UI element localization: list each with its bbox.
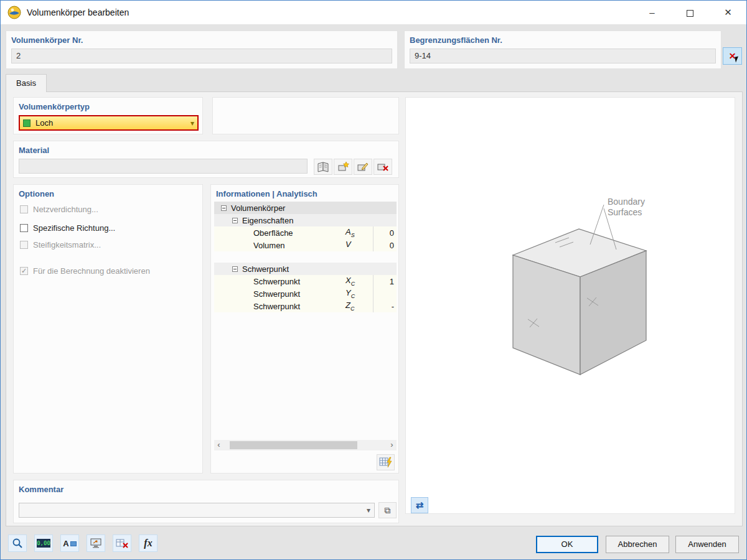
decimal-display-icon: 0,00	[37, 539, 50, 548]
title-bar: Volumenkörper bearbeiten – ✕	[1, 1, 746, 24]
collapse-icon[interactable]	[232, 266, 238, 272]
scrollbar-thumb[interactable]	[230, 441, 357, 449]
chevron-down-icon: ▾	[367, 506, 370, 515]
material-edit-button[interactable]	[354, 159, 372, 175]
material-library-button[interactable]	[314, 159, 332, 175]
display-properties-button[interactable]: A	[60, 534, 79, 552]
annotation-line2: Surfaces	[608, 207, 642, 217]
value	[373, 287, 397, 300]
minimize-button[interactable]: –	[633, 1, 671, 24]
tree-row-centroid-y[interactable]: Schwerpunkt YC	[214, 287, 397, 300]
material-panel: Material	[13, 141, 399, 178]
value: 0	[373, 226, 397, 239]
apply-button[interactable]: Anwenden	[675, 536, 739, 553]
checkbox-specific-direction[interactable]: Spezifische Richtung...	[20, 223, 115, 233]
options-label: Optionen	[19, 189, 54, 198]
tree-node-solid[interactable]: Volumenkörper	[214, 202, 397, 214]
type-detail-panel	[212, 97, 399, 134]
tab-basis[interactable]: Basis	[6, 74, 47, 92]
viewport-panel[interactable]: Boundary Surfaces ⇄	[405, 97, 735, 514]
solid-number-field[interactable]: 2	[11, 49, 392, 63]
units-settings-button[interactable]: 0,00	[34, 534, 53, 552]
table-delete-icon	[116, 538, 128, 549]
search-icon	[12, 538, 23, 549]
library-book-icon	[317, 161, 329, 172]
tree-node-centroid[interactable]: Schwerpunkt	[214, 263, 397, 275]
close-button[interactable]: ✕	[709, 1, 747, 24]
collapse-icon[interactable]	[232, 218, 238, 223]
material-label: Material	[19, 146, 49, 155]
comment-combobox[interactable]: ▾	[19, 503, 375, 518]
window-title: Volumenkörper bearbeiten	[27, 7, 129, 17]
material-field[interactable]	[19, 159, 308, 174]
solid-preview: Boundary Surfaces	[406, 98, 735, 513]
delete-material-icon	[377, 161, 389, 172]
type-color-swatch	[23, 119, 31, 127]
fx-icon: fx	[144, 538, 152, 549]
tree-row-volume[interactable]: Volumen V 0	[214, 239, 397, 251]
solid-type-panel: Volumenkörpertyp Loch ▾	[13, 97, 203, 134]
material-delete-button[interactable]	[374, 159, 392, 175]
material-new-button[interactable]	[334, 159, 352, 175]
info-tree: Volumenkörper Eigenschaften Oberfläche A…	[214, 202, 397, 312]
tree-spacer	[214, 251, 397, 263]
solid-type-label: Volumenkörpertyp	[19, 102, 90, 111]
chevron-down-icon: ▾	[190, 119, 194, 128]
checkbox-deactivate-for-calculation[interactable]: ✓ Für die Berechnung deaktivieren	[20, 266, 150, 276]
scroll-right-icon[interactable]: ›	[387, 440, 397, 450]
tree-node-properties[interactable]: Eigenschaften	[214, 214, 397, 226]
scroll-left-icon[interactable]: ‹	[214, 440, 223, 450]
tree-row-centroid-z[interactable]: Schwerpunkt ZC -	[214, 300, 397, 312]
comment-label: Kommentar	[19, 485, 63, 494]
boundary-surfaces-field[interactable]: 9-14	[410, 49, 716, 63]
solid-type-combobox[interactable]: Loch ▾	[19, 115, 199, 131]
information-panel: Informationen | Analytisch Volumenkörper…	[210, 184, 399, 474]
ok-button[interactable]: OK	[536, 536, 598, 553]
checkbox-checked-box: ✓	[20, 267, 28, 275]
delete-table-button[interactable]	[113, 534, 131, 552]
edit-solid-dialog: { "window": { "title": "Volumenkörper be…	[0, 0, 747, 560]
checkbox-box	[20, 205, 28, 213]
maximize-icon	[687, 10, 693, 17]
tree-row-surface-area[interactable]: Oberfläche AS 0	[214, 226, 397, 239]
new-material-icon	[337, 161, 349, 172]
font-settings-icon: A	[63, 539, 76, 548]
screen-capture-button[interactable]	[87, 534, 105, 552]
pick-surfaces-button[interactable]: ✕	[723, 47, 742, 65]
symbol: AS	[345, 227, 373, 238]
symbol: ZC	[345, 301, 373, 312]
symbol: YC	[345, 288, 373, 299]
result-table-button[interactable]	[377, 454, 395, 470]
search-button[interactable]	[8, 534, 27, 552]
table-lightning-icon	[379, 457, 392, 468]
copy-comment-button[interactable]: ⧉	[378, 502, 397, 518]
value: 0	[373, 239, 397, 251]
value: -	[373, 300, 397, 312]
sync-icon: ⇄	[416, 500, 424, 511]
tree-row-centroid-x[interactable]: Schwerpunkt XC 1	[214, 275, 397, 287]
horizontal-scrollbar[interactable]: ‹ ›	[214, 440, 397, 450]
monitor-icon	[90, 538, 102, 549]
sync-view-button[interactable]: ⇄	[411, 497, 428, 513]
app-icon	[7, 6, 21, 19]
checkbox-stiffness-matrix[interactable]: Steifigkeitsmatrix...	[20, 240, 101, 250]
cancel-button[interactable]: Abbrechen	[606, 536, 669, 553]
symbol: V	[345, 240, 373, 251]
checkbox-box	[20, 241, 28, 249]
checkbox-box	[20, 224, 28, 232]
checkbox-mesh-refinement[interactable]: Netzverdichtung...	[20, 205, 98, 214]
value: 1	[373, 275, 397, 287]
symbol: XC	[345, 276, 373, 287]
comment-panel: Kommentar ▾ ⧉	[13, 480, 399, 523]
copy-icon: ⧉	[385, 505, 391, 516]
cursor-arrow-icon	[735, 56, 740, 62]
solid-type-value: Loch	[35, 118, 53, 128]
maximize-button[interactable]	[671, 1, 709, 24]
solid-number-group: Volumenkörper Nr. 2	[6, 30, 398, 69]
function-editor-button[interactable]: fx	[139, 534, 157, 552]
boundary-surfaces-label: Begrenzungsflächen Nr.	[410, 35, 502, 45]
collapse-icon[interactable]	[221, 205, 227, 211]
edit-material-icon	[357, 161, 369, 172]
scrollbar-track[interactable]	[223, 440, 387, 450]
boundary-surfaces-group: Begrenzungsflächen Nr. 9-14	[404, 30, 721, 69]
